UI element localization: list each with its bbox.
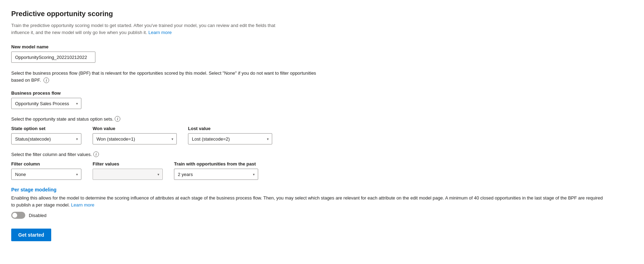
learn-more-link[interactable]: Learn more bbox=[148, 30, 172, 35]
filter-column-select[interactable]: None bbox=[11, 169, 81, 180]
opportunity-state-section: Select the opportunity state and status … bbox=[11, 116, 633, 144]
train-opportunities-select[interactable]: 1 year 2 years 3 years 4 years 5 years bbox=[174, 169, 258, 180]
filter-section: Select the filter column and filter valu… bbox=[11, 151, 633, 180]
footer-section: Get started bbox=[11, 229, 633, 241]
model-name-section: New model name bbox=[11, 44, 633, 63]
per-stage-heading: Per stage modeling bbox=[11, 187, 633, 192]
bpf-label: Business process flow bbox=[11, 90, 633, 96]
won-value-select[interactable]: Won (statecode=1) bbox=[93, 133, 177, 144]
bpf-select[interactable]: Opportunity Sales Process bbox=[11, 98, 81, 109]
opportunity-state-info-icon[interactable]: i bbox=[115, 116, 120, 122]
per-stage-description: Enabling this allows for the model to de… bbox=[11, 195, 608, 208]
filter-section-label: Select the filter column and filter valu… bbox=[11, 151, 633, 157]
filter-column-label: Filter column bbox=[11, 161, 81, 167]
state-option-set-label: State option set bbox=[11, 126, 81, 131]
page-title: Predictive opportunity scoring bbox=[11, 10, 633, 18]
state-option-set-select[interactable]: Status(statecode) bbox=[11, 133, 81, 144]
per-stage-learn-more-link[interactable]: Learn more bbox=[71, 202, 94, 208]
bpf-field-section: Business process flow Opportunity Sales … bbox=[11, 90, 633, 109]
state-option-set-group: State option set Status(statecode) ▾ bbox=[11, 126, 81, 144]
train-opportunities-group: Train with opportunities from the past 1… bbox=[174, 161, 258, 180]
filter-values-select[interactable] bbox=[93, 169, 163, 180]
lost-value-select[interactable]: Lost (statecode=2) bbox=[188, 133, 272, 144]
page-description: Train the predictive opportunity scoring… bbox=[11, 22, 285, 36]
won-value-group: Won value Won (statecode=1) ▾ bbox=[93, 126, 177, 144]
filter-values-label: Filter values bbox=[93, 161, 163, 167]
train-opportunities-label: Train with opportunities from the past bbox=[174, 161, 258, 167]
bpf-description-text: Select the business process flow (BPF) t… bbox=[11, 70, 327, 83]
lost-value-label: Lost value bbox=[188, 126, 272, 131]
bpf-description-section: Select the business process flow (BPF) t… bbox=[11, 70, 633, 83]
won-value-label: Won value bbox=[93, 126, 177, 131]
filter-values-group: Filter values ▾ bbox=[93, 161, 163, 180]
model-name-input[interactable] bbox=[11, 52, 95, 63]
train-opportunities-wrapper: 1 year 2 years 3 years 4 years 5 years ▾ bbox=[174, 169, 258, 180]
filter-info-icon[interactable]: i bbox=[93, 151, 99, 157]
filter-column-wrapper: None ▾ bbox=[11, 169, 81, 180]
won-value-wrapper: Won (statecode=1) ▾ bbox=[93, 133, 177, 144]
opportunity-state-fields: State option set Status(statecode) ▾ Won… bbox=[11, 126, 633, 144]
get-started-button[interactable]: Get started bbox=[11, 229, 51, 241]
bpf-select-wrapper: Opportunity Sales Process ▾ bbox=[11, 98, 81, 109]
filter-fields: Filter column None ▾ Filter values ▾ Tra… bbox=[11, 161, 633, 180]
toggle-thumb bbox=[12, 213, 17, 218]
filter-values-wrapper: ▾ bbox=[93, 169, 163, 180]
state-option-set-wrapper: Status(statecode) ▾ bbox=[11, 133, 81, 144]
per-stage-toggle-container: Disabled bbox=[11, 212, 633, 219]
bpf-info-icon[interactable]: i bbox=[43, 77, 49, 83]
lost-value-wrapper: Lost (statecode=2) ▾ bbox=[188, 133, 272, 144]
lost-value-group: Lost value Lost (statecode=2) ▾ bbox=[188, 126, 272, 144]
per-stage-toggle[interactable] bbox=[11, 212, 25, 219]
opportunity-state-label: Select the opportunity state and status … bbox=[11, 116, 633, 122]
per-stage-toggle-label: Disabled bbox=[29, 213, 47, 218]
model-name-label: New model name bbox=[11, 44, 633, 49]
filter-column-group: Filter column None ▾ bbox=[11, 161, 81, 180]
per-stage-section: Per stage modeling Enabling this allows … bbox=[11, 187, 633, 219]
